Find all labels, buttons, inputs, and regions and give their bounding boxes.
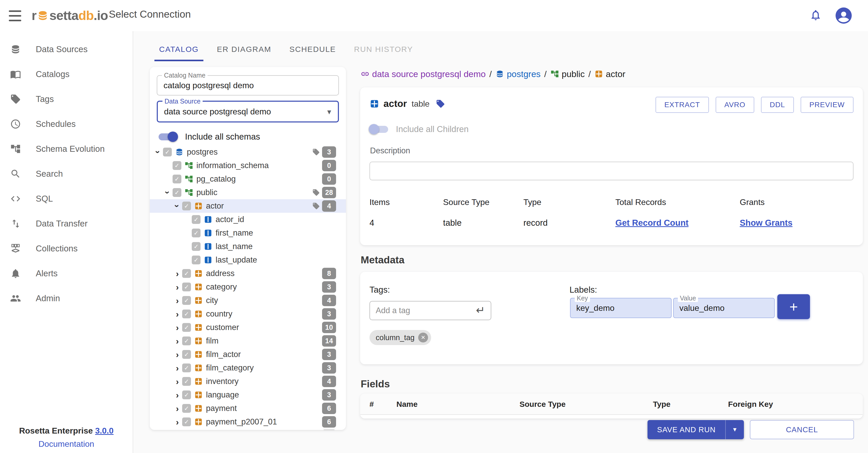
- breadcrumb-actor[interactable]: actor: [594, 69, 625, 79]
- tree-row-first-name[interactable]: first_name: [150, 226, 346, 240]
- tree-row-film[interactable]: film14: [150, 334, 346, 348]
- sidebar-item-search[interactable]: Search: [0, 161, 133, 186]
- tree-row-country[interactable]: country3: [150, 307, 346, 321]
- tab-schedule[interactable]: SCHEDULE: [285, 39, 340, 61]
- notifications-bell-icon[interactable]: [809, 9, 822, 21]
- tree-checkbox[interactable]: [182, 296, 191, 305]
- tab-er-diagram[interactable]: ER DIAGRAM: [212, 39, 276, 61]
- tree-row-last-update[interactable]: last_update: [150, 253, 346, 267]
- tree-checkbox[interactable]: [192, 215, 200, 224]
- tree-checkbox[interactable]: [182, 391, 191, 399]
- catalog-name-input[interactable]: [157, 76, 338, 95]
- tree-row-actor-id[interactable]: actor_id: [150, 213, 346, 226]
- tree-row-film-category[interactable]: film_category3: [150, 361, 346, 375]
- cancel-button[interactable]: CANCEL: [750, 420, 854, 439]
- transfer-icon: [10, 218, 21, 229]
- tree-row-public[interactable]: public28: [150, 186, 346, 199]
- add-tag-input[interactable]: [370, 302, 491, 320]
- chevron-right-icon[interactable]: [173, 309, 182, 319]
- description-textarea[interactable]: [370, 162, 853, 180]
- chevron-right-icon[interactable]: [173, 269, 182, 278]
- add-label-button[interactable]: +: [777, 294, 810, 319]
- sidebar-item-data-sources[interactable]: Data Sources: [0, 37, 133, 62]
- breadcrumb-data-source-postgresql-demo[interactable]: data source postgresql demo: [361, 69, 486, 79]
- tree-checkbox[interactable]: [173, 188, 181, 197]
- metadata-card: Tags: column_tag Labels: Key Value +: [360, 272, 863, 364]
- save-and-run-button[interactable]: SAVE AND RUN: [648, 420, 725, 439]
- sidebar-item-schema-evolution[interactable]: Schema Evolution: [0, 137, 133, 161]
- tree-row-language[interactable]: language3: [150, 388, 346, 402]
- menu-icon[interactable]: [9, 10, 21, 21]
- chevron-right-icon[interactable]: [173, 390, 182, 400]
- tree-checkbox[interactable]: [182, 202, 191, 210]
- documentation-link[interactable]: Documentation: [0, 439, 133, 449]
- tag-icon[interactable]: [436, 99, 445, 109]
- tree-row-inventory[interactable]: inventory4: [150, 375, 346, 388]
- ddl-button[interactable]: DDL: [761, 97, 794, 113]
- chevron-right-icon[interactable]: [173, 363, 182, 373]
- include-all-children-toggle[interactable]: [370, 125, 388, 133]
- data-source-input[interactable]: [158, 102, 338, 121]
- tree-checkbox[interactable]: [163, 148, 172, 157]
- tree-checkbox[interactable]: [182, 337, 191, 345]
- sidebar-item-alerts[interactable]: Alerts: [0, 261, 133, 286]
- tree-row-pg-catalog[interactable]: pg_catalog0: [150, 172, 346, 186]
- tree-checkbox[interactable]: [182, 350, 191, 359]
- tree-row-address[interactable]: address8: [150, 267, 346, 280]
- tree-row-payment[interactable]: payment6: [150, 402, 346, 415]
- clock-icon: [10, 119, 21, 130]
- tree-row-last-name[interactable]: last_name: [150, 240, 346, 253]
- tree-checkbox[interactable]: [173, 175, 181, 183]
- tab-run-history[interactable]: RUN HISTORY: [349, 39, 418, 61]
- tree-checkbox[interactable]: [182, 404, 191, 413]
- tree-checkbox[interactable]: [192, 256, 200, 264]
- data-source-select[interactable]: Data Source: [157, 101, 339, 122]
- tree-checkbox[interactable]: [182, 310, 191, 318]
- remove-tag-icon[interactable]: [418, 333, 428, 342]
- user-avatar[interactable]: [835, 7, 852, 24]
- tab-catalog[interactable]: CATALOG: [154, 39, 204, 61]
- chevron-right-icon[interactable]: [173, 404, 182, 413]
- sidebar-item-sql[interactable]: SQL: [0, 186, 133, 211]
- avro-button[interactable]: AVRO: [716, 97, 754, 113]
- tree-row-postgres[interactable]: postgres3: [150, 145, 346, 159]
- tree-row-actor[interactable]: actor4: [150, 199, 346, 213]
- chevron-down-icon[interactable]: [163, 188, 173, 197]
- chevron-down-icon[interactable]: [153, 147, 163, 157]
- tree-row-city[interactable]: city4: [150, 294, 346, 307]
- chevron-right-icon[interactable]: [173, 336, 182, 346]
- sidebar-item-collections[interactable]: Collections: [0, 236, 133, 261]
- chevron-right-icon[interactable]: [173, 350, 182, 359]
- tree-checkbox[interactable]: [192, 242, 200, 251]
- breadcrumb-public[interactable]: public: [550, 69, 585, 79]
- sidebar-item-tags[interactable]: Tags: [0, 87, 133, 112]
- tree-checkbox[interactable]: [182, 364, 191, 372]
- chevron-right-icon[interactable]: [173, 282, 182, 292]
- tree-checkbox[interactable]: [182, 377, 191, 386]
- breadcrumb-postgres[interactable]: postgres: [495, 69, 540, 79]
- chevron-right-icon[interactable]: [173, 296, 182, 305]
- sidebar-item-schedules[interactable]: Schedules: [0, 112, 133, 137]
- include-all-schemas-toggle[interactable]: [159, 133, 177, 141]
- preview-button[interactable]: PREVIEW: [801, 97, 854, 113]
- extract-button[interactable]: EXTRACT: [655, 97, 709, 113]
- tree-row-film-actor[interactable]: film_actor3: [150, 348, 346, 361]
- sidebar-item-data-transfer[interactable]: Data Transfer: [0, 211, 133, 236]
- tree-checkbox[interactable]: [182, 269, 191, 278]
- chevron-right-icon[interactable]: [173, 377, 182, 386]
- chevron-down-icon[interactable]: [173, 201, 182, 211]
- get-record-count-link[interactable]: Get Record Count: [615, 218, 688, 228]
- chevron-right-icon[interactable]: [173, 323, 182, 332]
- tree-row-category[interactable]: category3: [150, 280, 346, 294]
- tree-checkbox[interactable]: [182, 283, 191, 291]
- sidebar-item-admin[interactable]: Admin: [0, 286, 133, 311]
- sidebar-item-catalogs[interactable]: Catalogs: [0, 62, 133, 87]
- tree-row-customer[interactable]: customer10: [150, 321, 346, 334]
- tree-checkbox[interactable]: [192, 229, 200, 237]
- catalog-name-field[interactable]: Catalog Name: [157, 75, 339, 95]
- tree-checkbox[interactable]: [182, 323, 191, 332]
- show-grants-link[interactable]: Show Grants: [740, 218, 793, 228]
- save-options-dropdown[interactable]: [725, 420, 744, 439]
- tree-row-information-schema[interactable]: information_schema0: [150, 159, 346, 172]
- tree-checkbox[interactable]: [173, 161, 181, 170]
